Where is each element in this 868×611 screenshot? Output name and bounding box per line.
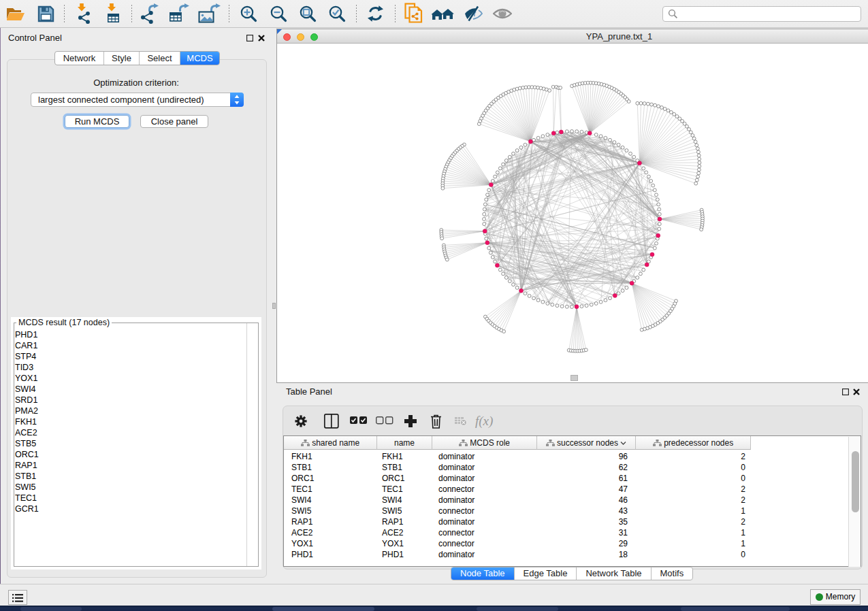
- svg-text:f(x): f(x): [475, 414, 493, 429]
